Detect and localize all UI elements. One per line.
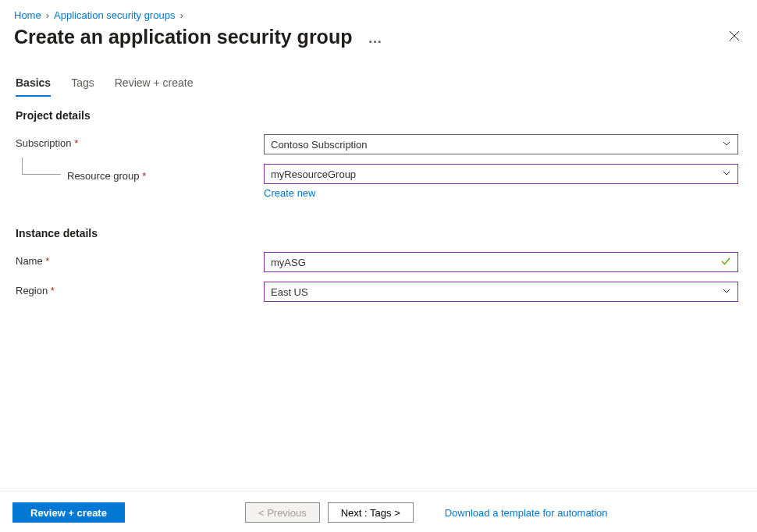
resource-group-label: Resource group * xyxy=(67,167,146,182)
subscription-select[interactable]: Contoso Subscription xyxy=(264,134,738,154)
resource-group-select[interactable]: myResourceGroup xyxy=(264,164,738,184)
breadcrumb-asgs[interactable]: Application security groups xyxy=(54,9,175,21)
chevron-down-icon xyxy=(722,139,731,151)
required-indicator: * xyxy=(45,255,49,267)
page-title: Create an application security group … xyxy=(14,26,382,48)
region-label: Region * xyxy=(16,282,264,296)
region-select[interactable]: East US xyxy=(264,282,738,302)
previous-button[interactable]: < Previous xyxy=(245,502,320,523)
required-indicator: * xyxy=(142,170,146,182)
close-icon xyxy=(729,30,740,41)
tabs: Basics Tags Review + create xyxy=(0,56,757,97)
required-indicator: * xyxy=(51,285,55,296)
chevron-down-icon xyxy=(722,286,731,298)
name-input[interactable] xyxy=(271,257,731,268)
name-label: Name * xyxy=(16,252,264,267)
check-icon xyxy=(720,256,731,269)
page-title-text: Create an application security group xyxy=(14,26,352,48)
chevron-down-icon xyxy=(722,168,731,180)
resource-group-value: myResourceGroup xyxy=(271,168,356,180)
tree-indicator-icon xyxy=(22,158,61,175)
breadcrumb: Home › Application security groups › xyxy=(0,0,757,24)
region-value: East US xyxy=(271,286,308,298)
section-project-details: Project details xyxy=(0,97,757,129)
tab-review-create[interactable]: Review + create xyxy=(115,76,194,97)
required-indicator: * xyxy=(74,137,78,149)
chevron-right-icon: › xyxy=(179,9,183,21)
review-create-button[interactable]: Review + create xyxy=(12,502,125,523)
close-button[interactable] xyxy=(726,27,743,47)
breadcrumb-home[interactable]: Home xyxy=(14,9,41,21)
next-button[interactable]: Next : Tags > xyxy=(328,502,414,523)
tab-tags[interactable]: Tags xyxy=(71,76,94,97)
footer-bar: Review + create < Previous Next : Tags >… xyxy=(0,491,757,532)
chevron-right-icon: › xyxy=(46,9,49,21)
subscription-label: Subscription * xyxy=(16,134,264,149)
subscription-value: Contoso Subscription xyxy=(271,139,368,151)
tab-basics[interactable]: Basics xyxy=(16,76,51,97)
more-actions-button[interactable]: … xyxy=(368,30,382,47)
download-template-link[interactable]: Download a template for automation xyxy=(445,507,608,519)
name-field[interactable] xyxy=(264,252,738,272)
section-instance-details: Instance details xyxy=(0,204,757,247)
create-new-link[interactable]: Create new xyxy=(264,184,315,199)
